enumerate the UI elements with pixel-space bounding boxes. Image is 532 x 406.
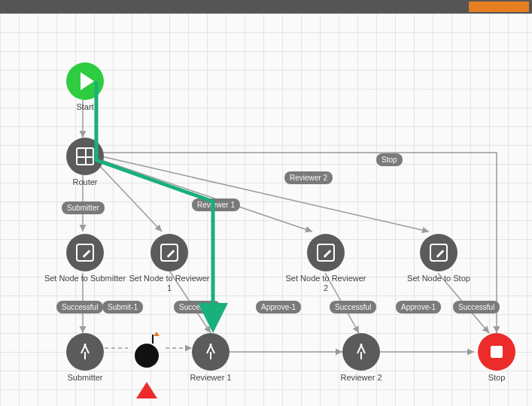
svg-line-2 bbox=[98, 164, 162, 232]
router-node[interactable] bbox=[66, 138, 104, 175]
router-label: Router bbox=[44, 177, 126, 187]
edge-successful-2: Successful bbox=[174, 301, 220, 314]
fork-icon bbox=[76, 343, 94, 361]
bomb-icon[interactable] bbox=[128, 333, 166, 371]
reviewer2-node[interactable] bbox=[342, 333, 380, 371]
edge-approve1-a: Approve-1 bbox=[256, 301, 301, 314]
reviewer1-node[interactable] bbox=[192, 333, 230, 371]
edit-icon bbox=[76, 244, 94, 262]
edge-reviewer1: Reviewer 1 bbox=[192, 198, 240, 211]
edge-approve1-b: Approve-1 bbox=[396, 301, 441, 314]
edge-reviewer2: Reviewer 2 bbox=[284, 171, 333, 184]
edge-submit1: Submit-1 bbox=[102, 301, 143, 314]
set-submitter-node[interactable] bbox=[66, 234, 104, 271]
edge-stop: Stop bbox=[376, 153, 403, 166]
edge-successful-3: Successful bbox=[330, 301, 376, 314]
fork-icon bbox=[202, 343, 220, 361]
reviewer1-label: Reviewer 1 bbox=[169, 373, 252, 383]
edit-icon bbox=[317, 244, 335, 262]
submitter-node[interactable] bbox=[66, 333, 104, 371]
play-icon bbox=[81, 72, 94, 90]
edge-submitter: Submitter bbox=[62, 201, 105, 214]
stop-label: Stop bbox=[455, 373, 532, 383]
set-submitter-label: Set Node to Submitter bbox=[44, 274, 126, 283]
set-stop-label: Set Node to Stop bbox=[397, 274, 480, 283]
set-reviewer1-node[interactable] bbox=[150, 234, 188, 271]
svg-line-4 bbox=[102, 156, 429, 232]
reviewer2-label: Reviewer 2 bbox=[320, 373, 403, 383]
edge-successful-1: Successful bbox=[56, 301, 103, 314]
top-toolbar bbox=[0, 0, 532, 14]
submitter-label: Submitter bbox=[44, 373, 126, 383]
workflow-canvas[interactable]: Start Router Set Node to Submitter Set N… bbox=[0, 14, 532, 406]
edit-icon bbox=[430, 244, 448, 262]
stop-icon bbox=[491, 346, 503, 358]
set-reviewer1-label: Set Node to Reviewer 1 bbox=[128, 274, 211, 292]
stop-node[interactable] bbox=[478, 333, 515, 371]
edit-icon bbox=[160, 244, 178, 262]
start-label: Start bbox=[44, 102, 126, 112]
svg-line-3 bbox=[102, 160, 312, 232]
fork-icon bbox=[352, 343, 370, 361]
edge-successful-4: Successful bbox=[453, 301, 500, 314]
set-reviewer2-node[interactable] bbox=[307, 234, 345, 271]
router-icon bbox=[76, 147, 94, 165]
start-node[interactable] bbox=[66, 62, 104, 100]
set-stop-node[interactable] bbox=[420, 234, 458, 271]
orange-action-button[interactable] bbox=[469, 2, 529, 12]
breakpoint-marker[interactable] bbox=[136, 382, 157, 398]
set-reviewer2-label: Set Node to Reviewer 2 bbox=[284, 274, 367, 292]
